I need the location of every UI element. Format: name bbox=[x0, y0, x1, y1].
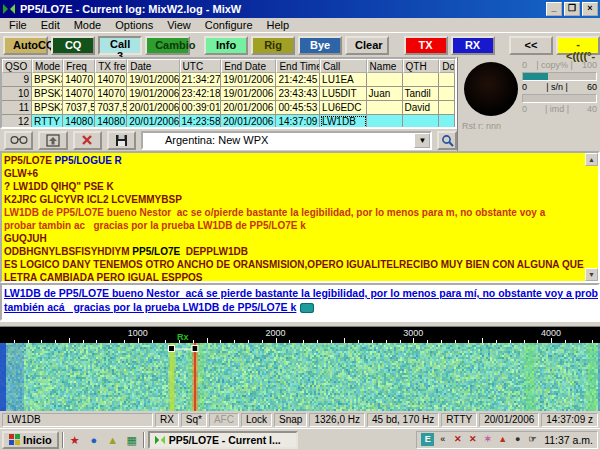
table-row[interactable]: 10BPSK3114070,014070,019/01/200623:42:18… bbox=[2, 87, 455, 101]
tuning-indicator[interactable] bbox=[464, 62, 518, 116]
menu-view[interactable]: View bbox=[160, 19, 198, 31]
spectacles-icon[interactable] bbox=[4, 131, 33, 150]
close-button[interactable]: × bbox=[582, 2, 598, 16]
log-cell: LW1DB bbox=[320, 115, 367, 129]
status-lock[interactable]: Lock bbox=[241, 413, 272, 427]
scroll-up-icon[interactable]: ▲ bbox=[585, 153, 598, 166]
column-header-tx-freq[interactable]: TX freq bbox=[95, 59, 127, 73]
delete-icon[interactable] bbox=[73, 131, 102, 150]
column-header-freq[interactable]: Freq bbox=[63, 59, 95, 73]
column-header-utc[interactable]: UTC bbox=[180, 59, 222, 73]
column-header-don[interactable]: Don bbox=[439, 59, 455, 73]
log-cell: 00:39:01 bbox=[180, 101, 222, 115]
column-header-qth[interactable]: QTH bbox=[403, 59, 440, 73]
task-button-mixw[interactable]: PP5/LO7E - Current l... bbox=[148, 431, 298, 449]
column-header-end-time[interactable]: End Time bbox=[276, 59, 320, 73]
menu-file[interactable]: File bbox=[2, 19, 34, 31]
quick-launch: ★●▲▦ bbox=[67, 432, 140, 448]
rx-line: ODBHGNYLBSFISYHDIYM PP5/LO7E DEPPLW1DB bbox=[4, 245, 584, 258]
browser-icon[interactable]: ● bbox=[86, 432, 102, 448]
qso-number-cell: 12 bbox=[2, 115, 32, 129]
rx-window[interactable]: PP5/LO7E PP5/LOGUE RGLW+6? LW1DD QIHQ" P… bbox=[0, 151, 600, 283]
callbook-icon[interactable] bbox=[38, 131, 67, 150]
grid-icon[interactable]: ▦ bbox=[124, 432, 140, 448]
qso-number-cell: 9 bbox=[2, 73, 32, 87]
log-cell: 21:34:27 bbox=[180, 73, 222, 87]
bye-button[interactable]: Bye bbox=[298, 36, 342, 55]
status-afc[interactable]: AFC bbox=[209, 413, 239, 427]
rx-line: ES LOGICO DANY TENEMOS OTRO ANCHO DE ORA… bbox=[4, 258, 584, 271]
log-toolbar: Argentina: New WPX ▼ bbox=[0, 129, 457, 151]
log-table[interactable]: QSOModeFreqTX freqDateUTCEnd DateEnd Tim… bbox=[0, 57, 457, 129]
status-45-bd-170-hz[interactable]: 45 bd, 170 Hz bbox=[367, 413, 439, 427]
fish-button[interactable]: -<((((°- bbox=[556, 36, 600, 55]
column-header-mode[interactable]: Mode bbox=[32, 59, 63, 73]
scroll-down-icon[interactable]: ▼ bbox=[585, 268, 598, 281]
star-icon[interactable]: ★ bbox=[67, 432, 83, 448]
status-1326-0-hz[interactable]: 1326,0 Hz bbox=[309, 413, 365, 427]
tray-app-icon-2[interactable]: ✶ bbox=[481, 433, 494, 446]
signal-meters: 0| copy% |100 0| s/n |60 0| imd |40 bbox=[522, 60, 597, 115]
save-icon[interactable] bbox=[107, 131, 136, 150]
info-button[interactable]: Info bbox=[204, 36, 248, 55]
rx-text: PP5/LO7E PP5/LOGUE RGLW+6? LW1DD QIHQ" P… bbox=[4, 154, 584, 283]
status-rtty[interactable]: RTTY bbox=[441, 413, 477, 427]
start-button[interactable]: Inicio bbox=[2, 431, 59, 449]
log-cell: 19/01/2006 bbox=[221, 87, 276, 101]
rx-line: K2JRC GLICYVR ICL2 LCVEMMYBSP bbox=[4, 193, 584, 206]
status-callsign: LW1DB bbox=[2, 413, 153, 427]
menu-configure[interactable]: Configure bbox=[198, 19, 260, 31]
call3-button[interactable]: Call 3 bbox=[98, 36, 142, 55]
status-sq-[interactable]: Sq* bbox=[181, 413, 207, 427]
clear-button[interactable]: Clear bbox=[345, 36, 389, 55]
status-20-01-2006[interactable]: 20/01/2006 bbox=[479, 413, 539, 427]
menu-edit[interactable]: Edit bbox=[34, 19, 67, 31]
tray-pointer-icon[interactable]: ☞ bbox=[526, 433, 539, 446]
status-snap[interactable]: Snap bbox=[274, 413, 307, 427]
column-header-qso[interactable]: QSO bbox=[2, 59, 32, 73]
log-cell: 20/01/2006 bbox=[127, 101, 179, 115]
rig-button[interactable]: Rig bbox=[251, 36, 295, 55]
restore-button[interactable]: ❐ bbox=[564, 2, 580, 16]
column-header-end-date[interactable]: End Date bbox=[221, 59, 276, 73]
prev-macro-button[interactable]: << bbox=[509, 36, 553, 55]
cq-button[interactable]: CQ bbox=[51, 36, 95, 55]
column-header-name[interactable]: Name bbox=[367, 59, 403, 73]
tray-alert-icon[interactable]: ▲ bbox=[496, 433, 509, 446]
tray-app-icon-1[interactable]: E bbox=[421, 433, 434, 446]
menu-options[interactable]: Options bbox=[108, 19, 160, 31]
tray-mute-icon-2[interactable]: ✕ bbox=[466, 433, 479, 446]
tray-mute-icon-1[interactable]: ✕ bbox=[451, 433, 464, 446]
chevron-down-icon[interactable]: ▼ bbox=[414, 133, 430, 148]
tray-collapse-icon[interactable]: « bbox=[436, 433, 449, 446]
column-header-date[interactable]: Date bbox=[127, 59, 179, 73]
table-row[interactable]: 12RTTY14080,014080,020/01/200614:23:5820… bbox=[2, 115, 455, 129]
media-icon[interactable]: ▲ bbox=[105, 432, 121, 448]
title-bar[interactable]: PP5/LO7E - Current log: MixW2.log - MixW… bbox=[0, 0, 600, 18]
minimize-button[interactable]: _ bbox=[546, 2, 562, 16]
scale-label-1000: 1000 bbox=[128, 328, 148, 338]
rx-line: ? LW1DD QIHQ" PSE K bbox=[4, 180, 584, 193]
menu-help[interactable]: Help bbox=[260, 19, 297, 31]
status-14-37-09-z[interactable]: 14:37:09 z bbox=[541, 413, 598, 427]
waterfall-display[interactable] bbox=[0, 343, 600, 411]
table-row[interactable]: 9BPSK3114070,014070,019/01/200621:34:271… bbox=[2, 73, 455, 87]
column-header-call[interactable]: Call bbox=[320, 59, 367, 73]
rx-button[interactable]: RX bbox=[451, 36, 495, 55]
log-cell bbox=[367, 101, 403, 115]
search-icon[interactable] bbox=[437, 131, 457, 150]
rx-scrollbar[interactable]: ▲ ▼ bbox=[585, 153, 598, 281]
status-rx[interactable]: RX bbox=[155, 413, 179, 427]
macro-set-dropdown[interactable]: Argentina: New WPX ▼ bbox=[141, 131, 432, 150]
imd-meter bbox=[522, 94, 597, 103]
tx-button[interactable]: TX bbox=[404, 36, 448, 55]
tray-clock-icon[interactable]: ● bbox=[511, 433, 524, 446]
waterfall-scale[interactable]: 1000200030004000Rx bbox=[0, 327, 600, 343]
autocq-button[interactable]: AutoCQ bbox=[3, 36, 48, 55]
log-cell: LU1EA bbox=[320, 73, 367, 87]
macro-toolbar: AutoCQCQCall 3CambioInfoRigByeClearTXRX<… bbox=[0, 32, 600, 57]
cambio-button[interactable]: Cambio bbox=[145, 36, 189, 55]
table-row[interactable]: 11BPSK317037,507037,5020/01/200600:39:01… bbox=[2, 101, 455, 115]
menu-mode[interactable]: Mode bbox=[67, 19, 109, 31]
tx-window[interactable]: LW1DB de PP5/LO7E bueno Nestor acá se pi… bbox=[0, 283, 600, 321]
